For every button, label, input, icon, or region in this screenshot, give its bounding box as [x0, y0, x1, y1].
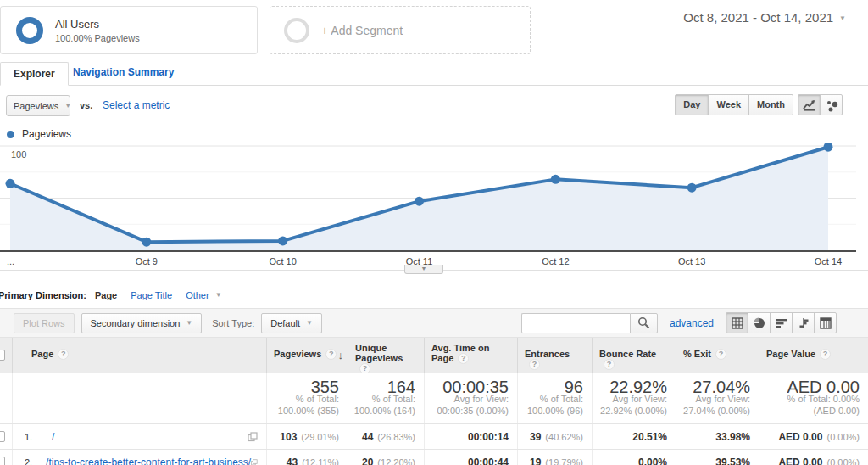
comparison-view-button[interactable]	[792, 312, 815, 333]
row-checkbox[interactable]	[0, 431, 5, 442]
total-subtext: % of Total: 0.00%	[787, 393, 860, 405]
total-subtext: % of Total:	[540, 393, 583, 405]
performance-view-button[interactable]	[770, 312, 793, 333]
chart-point[interactable]	[142, 238, 151, 247]
chart-point[interactable]	[6, 179, 15, 188]
column-header-label: % Exit	[683, 349, 711, 359]
cell-value: 103	[280, 431, 297, 443]
chart-point[interactable]	[687, 183, 697, 193]
help-icon[interactable]: ?	[820, 349, 831, 360]
total-value: 164	[387, 381, 415, 393]
tab-explorer[interactable]: Explorer	[0, 62, 69, 86]
pages-report-table: Page? Pageviews? ↓ Unique Pageviews? Avg…	[0, 338, 868, 465]
add-segment-button[interactable]: + Add Segment	[270, 6, 531, 54]
percentage-view-button[interactable]	[748, 312, 771, 333]
cell-value: 00:00:44	[468, 457, 509, 465]
chart-point[interactable]	[415, 197, 424, 206]
secondary-dimension-dropdown[interactable]: Secondary dimension▼	[81, 313, 203, 333]
axis-expander-button[interactable]: ▼	[404, 265, 443, 274]
open-page-icon[interactable]	[248, 432, 258, 442]
search-button[interactable]	[630, 313, 658, 333]
table-toolbar: Plot Rows Secondary dimension▼ Sort Type…	[0, 308, 868, 338]
svg-text:Oct 13: Oct 13	[678, 256, 705, 266]
totals-pct-exit: 27.04% Avg for View: 27.04% (0.00%)	[676, 373, 759, 423]
date-range-selector[interactable]: Oct 8, 2021 - Oct 14, 2021▼	[675, 10, 848, 31]
cell-value: 44	[362, 431, 373, 443]
date-range-text: Oct 8, 2021 - Oct 14, 2021	[683, 10, 833, 25]
chart-type-toggle	[798, 94, 843, 115]
motion-chart-view-button[interactable]	[820, 94, 843, 115]
select-all-checkbox[interactable]	[0, 350, 5, 361]
granularity-toggle: Day Week Month	[675, 94, 793, 115]
help-icon[interactable]: ?	[458, 353, 469, 364]
total-subtext: % of Total:	[296, 393, 339, 405]
help-icon[interactable]: ?	[529, 359, 540, 370]
dimension-page-title[interactable]: Page Title	[131, 290, 172, 300]
segment-title: All Users	[55, 18, 140, 31]
open-page-icon[interactable]	[251, 457, 258, 465]
vs-label: vs.	[80, 100, 92, 110]
dimension-page[interactable]: Page	[95, 290, 117, 300]
table-row: 1. / 103(29.01%) 44(26.83%) 00:00:14 39(…	[0, 424, 868, 450]
total-subtext: Avg for View:	[454, 393, 509, 405]
pivot-view-button[interactable]	[814, 312, 837, 333]
report-tabs: Explorer Navigation Summary	[0, 61, 868, 86]
granularity-week-button[interactable]: Week	[708, 94, 749, 115]
total-subtext: 00:00:35 (0.00%)	[437, 405, 509, 417]
cell-value: 39	[530, 431, 541, 443]
tab-navigation-summary[interactable]: Navigation Summary	[73, 66, 174, 78]
select-metric-link[interactable]: Select a metric	[103, 99, 170, 111]
chart-legend: Pageviews	[7, 128, 71, 140]
pageviews-cell: 103(29.01%)	[266, 424, 348, 449]
cell-percent: (29.01%)	[301, 432, 339, 442]
add-segment-label: + Add Segment	[321, 24, 403, 37]
segment-subtitle: 100.00% Pageviews	[55, 33, 140, 43]
dimension-notch	[78, 303, 88, 308]
cell-percent: (40.62%)	[545, 432, 583, 442]
pct-exit-cell: 33.98%	[676, 424, 759, 449]
total-subtext: Avg for View:	[696, 393, 750, 405]
cell-value: 43	[287, 457, 298, 465]
total-subtext: 100.00% (96)	[527, 405, 583, 417]
data-table-view-button[interactable]	[726, 312, 748, 333]
chart-point[interactable]	[278, 236, 287, 245]
search-icon	[637, 317, 650, 329]
sort-type-dropdown[interactable]: Default▼	[261, 313, 322, 333]
svg-text:Oct 10: Oct 10	[269, 256, 296, 266]
totals-entrances: 96 % of Total: 100.00% (96)	[517, 373, 592, 423]
chevron-down-icon: ▼	[64, 102, 71, 109]
unique-pageviews-cell: 20(12.20%)	[348, 450, 424, 465]
page-link[interactable]: /tips-to-create-better-content-for-art-b…	[46, 457, 251, 465]
granularity-month-button[interactable]: Month	[748, 94, 793, 115]
advanced-search-link[interactable]: advanced	[670, 317, 714, 329]
help-icon[interactable]: ?	[58, 349, 69, 360]
column-header-label: Unique Pageviews	[355, 343, 403, 363]
help-icon[interactable]: ?	[326, 349, 337, 360]
metric-selector-dropdown[interactable]: Pageviews▼	[6, 95, 70, 116]
row-index: 2.	[25, 457, 36, 465]
line-chart-icon	[803, 99, 816, 111]
totals-unique-pageviews: 164 % of Total: 100.00% (164)	[348, 373, 424, 423]
dimension-other[interactable]: Other▼	[186, 290, 221, 300]
bounce-rate-cell: 0.00%	[592, 450, 676, 465]
column-header-label: Entrances	[525, 349, 570, 359]
cell-percent: (0.00%)	[826, 432, 860, 442]
granularity-day-button[interactable]: Day	[675, 94, 709, 115]
svg-text:Oct 9: Oct 9	[136, 256, 158, 266]
line-chart-view-button[interactable]	[798, 94, 821, 115]
plot-rows-button[interactable]: Plot Rows	[14, 313, 75, 333]
chart-point[interactable]	[551, 175, 560, 184]
table-totals-row: 355 % of Total: 100.00% (355) 164 % of T…	[0, 373, 868, 424]
pivot-table-icon	[820, 317, 832, 329]
search-input[interactable]	[521, 313, 630, 333]
ga-behavior-pages-report: { "header": { "segment": { "title": "All…	[0, 0, 868, 465]
segment-card-all-users[interactable]: All Users 100.00% Pageviews	[0, 6, 258, 54]
cell-percent: (26.83%)	[377, 432, 415, 442]
row-checkbox[interactable]	[0, 457, 5, 465]
total-value: 27.04%	[693, 381, 750, 393]
help-icon[interactable]: ?	[604, 359, 615, 370]
help-icon[interactable]: ?	[715, 349, 726, 360]
page-link[interactable]: /	[52, 431, 54, 443]
comparison-bars-icon	[798, 317, 810, 329]
chart-point[interactable]	[824, 143, 833, 152]
